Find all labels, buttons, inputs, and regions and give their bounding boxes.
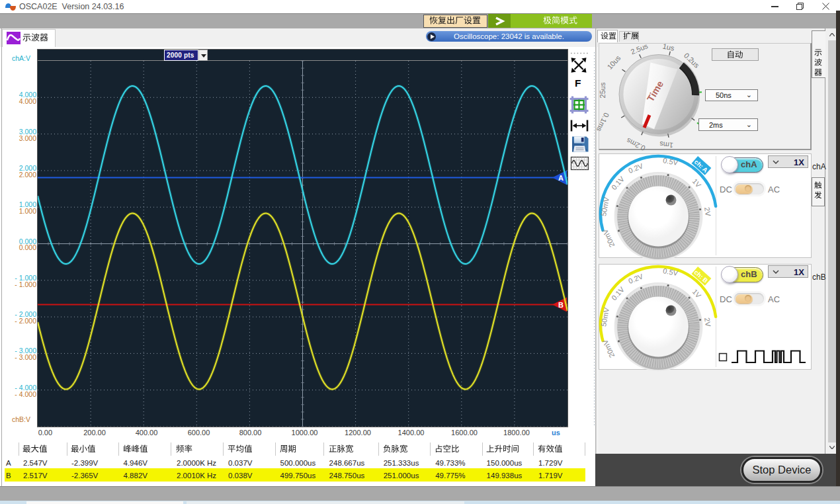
svg-text:1V: 1V bbox=[691, 177, 702, 190]
svg-text:B: B bbox=[558, 301, 564, 309]
svg-text:10us: 10us bbox=[606, 54, 622, 71]
svg-text:25us: 25us bbox=[599, 82, 607, 98]
svg-text:2.5us: 2.5us bbox=[630, 42, 650, 56]
svg-text:2V: 2V bbox=[703, 317, 712, 327]
svg-text:0.2ms: 0.2ms bbox=[625, 136, 647, 152]
svg-text:1ms: 1ms bbox=[659, 140, 673, 149]
svg-text:2V: 2V bbox=[703, 206, 712, 217]
svg-text:20mV: 20mV bbox=[601, 228, 616, 249]
svg-text:1us: 1us bbox=[662, 42, 675, 52]
svg-text:A: A bbox=[558, 174, 564, 182]
svg-text:1V: 1V bbox=[691, 288, 702, 300]
svg-text:F: F bbox=[575, 77, 581, 89]
svg-text:20mV: 20mV bbox=[601, 338, 616, 359]
